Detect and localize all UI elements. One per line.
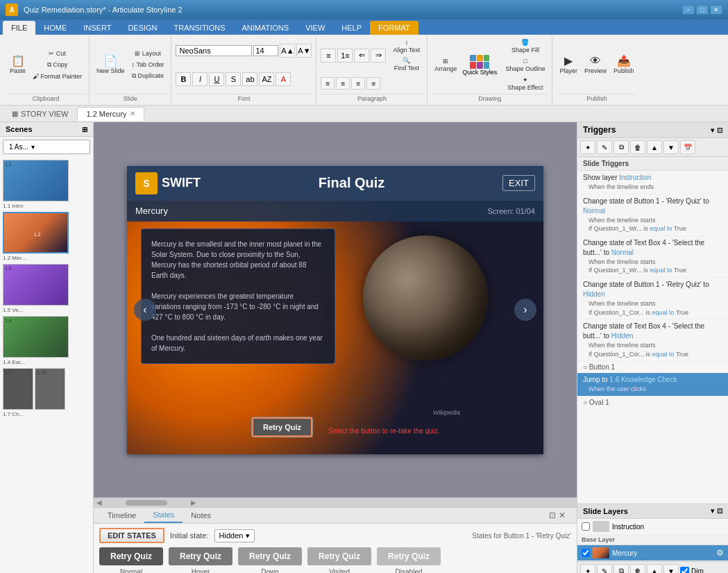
layers-minimize-icon[interactable]: ▾ bbox=[711, 507, 714, 515]
align-right-button[interactable]: ≡ bbox=[351, 77, 365, 90]
trigger-move-down-button[interactable]: ▼ bbox=[663, 140, 679, 154]
trigger-link[interactable]: Instruction bbox=[619, 174, 651, 181]
layer-mercury[interactable]: Mercury ⚙ bbox=[577, 545, 728, 561]
align-left-button[interactable]: ≡ bbox=[321, 77, 335, 90]
bold-button[interactable]: B bbox=[176, 72, 191, 86]
trigger-link[interactable]: equal to bbox=[650, 267, 672, 274]
trigger-item[interactable]: Change state of Button 1 - 'Retry Quiz' … bbox=[577, 278, 728, 319]
button1-group-label[interactable]: ○ Button 1 bbox=[577, 361, 728, 373]
horizontal-scrollbar[interactable]: ◀ ▶ bbox=[94, 497, 577, 507]
trigger-link[interactable]: equal to bbox=[650, 225, 672, 232]
exit-button[interactable]: EXIT bbox=[502, 175, 535, 191]
edit-states-button[interactable]: EDIT STATES bbox=[99, 528, 164, 543]
font-shrink-button[interactable]: A▼ bbox=[296, 44, 312, 58]
trigger-link[interactable]: Normal bbox=[583, 207, 605, 215]
paste-button[interactable]: 📋 Paste bbox=[7, 47, 28, 83]
layer-instruction-checkbox[interactable] bbox=[582, 522, 590, 531]
trigger-link[interactable]: Hidden bbox=[583, 290, 605, 298]
trigger-delete-button[interactable]: 🗑 bbox=[630, 140, 645, 154]
format-painter-button[interactable]: 🖌 Format Painter bbox=[30, 72, 85, 81]
initial-state-dropdown[interactable]: Hidden ▾ bbox=[214, 529, 255, 542]
tab-view[interactable]: VIEW bbox=[297, 21, 333, 35]
trigger-item[interactable]: Show layer Instruction When the timeline… bbox=[577, 171, 728, 194]
indent-dec-button[interactable]: ⇐ bbox=[354, 49, 369, 63]
close-button[interactable]: ✕ bbox=[710, 5, 722, 15]
list-item[interactable]: 1.4 1.4 Ear... bbox=[3, 316, 90, 365]
publish-button[interactable]: 📤 Publish bbox=[611, 47, 637, 83]
tab-animations[interactable]: ANIMATIONS bbox=[234, 21, 298, 35]
font-color-button[interactable]: A bbox=[276, 72, 291, 86]
shape-effect-button[interactable]: ✦ Shape Effect bbox=[502, 75, 548, 92]
state-disabled-button[interactable]: Retry Quiz bbox=[377, 547, 441, 565]
minimize-button[interactable]: − bbox=[682, 5, 695, 15]
layer-instruction[interactable]: Instruction bbox=[577, 519, 728, 535]
font-size-input[interactable] bbox=[253, 45, 278, 56]
lower-panel-close-icon[interactable]: ✕ bbox=[559, 510, 566, 520]
layer-move-down-button[interactable]: ▼ bbox=[663, 564, 679, 573]
state-normal-button[interactable]: Retry Quiz bbox=[99, 547, 163, 565]
scrollbar-thumb[interactable] bbox=[126, 500, 167, 506]
trigger-item[interactable]: Change state of Button 1 - 'Retry Quiz' … bbox=[577, 194, 728, 236]
tab-design[interactable]: DESIGN bbox=[119, 21, 165, 35]
state-hover[interactable]: Retry Quiz Hover bbox=[169, 547, 232, 573]
shape-fill-button[interactable]: 🪣 Shape Fill bbox=[502, 38, 548, 55]
list-item[interactable]: 1.7 1.7 Ch... 1.7b bbox=[3, 368, 90, 417]
restore-button[interactable]: □ bbox=[696, 5, 709, 15]
trigger-link[interactable]: equal to bbox=[652, 309, 675, 316]
previous-slide-button[interactable]: ‹ bbox=[134, 299, 156, 321]
find-text-button[interactable]: 🔍 Find Text bbox=[390, 56, 423, 73]
dim-checkbox[interactable]: Dim bbox=[680, 564, 704, 573]
state-disabled[interactable]: Retry Quiz Disabled bbox=[377, 547, 441, 573]
tab-insert[interactable]: INSERT bbox=[75, 21, 119, 35]
trigger-calendar-icon[interactable]: 📅 bbox=[680, 140, 695, 154]
tab-help[interactable]: HELP bbox=[333, 21, 370, 35]
layer-delete-button[interactable]: 🗑 bbox=[630, 564, 645, 573]
cut-button[interactable]: ✂ Cut bbox=[30, 49, 85, 58]
preview-button[interactable]: 👁 Preview bbox=[582, 47, 609, 83]
next-slide-button[interactable]: › bbox=[514, 299, 536, 321]
layer-duplicate-button[interactable]: ⧉ bbox=[613, 564, 629, 573]
align-justify-button[interactable]: ≡ bbox=[366, 77, 380, 90]
trigger-move-up-button[interactable]: ▲ bbox=[647, 140, 662, 154]
arrange-button[interactable]: ⊞ Arrange bbox=[432, 56, 459, 74]
state-hover-button[interactable]: Retry Quiz bbox=[169, 547, 232, 565]
scenes-manage-icon[interactable]: ⊞ bbox=[82, 126, 87, 133]
state-down-button[interactable]: Retry Quiz bbox=[238, 547, 302, 565]
lower-panel-float-icon[interactable]: ⊡ bbox=[549, 510, 556, 520]
underline-button[interactable]: U bbox=[209, 72, 224, 86]
list-item[interactable]: 1.2 1.2 Mer... bbox=[3, 212, 90, 261]
copy-button[interactable]: ⧉ Copy bbox=[30, 60, 85, 70]
state-down[interactable]: Retry Quiz Down bbox=[238, 547, 302, 573]
align-center-button[interactable]: ≡ bbox=[336, 77, 350, 90]
strikethrough-button[interactable]: S bbox=[226, 72, 241, 86]
trigger-item[interactable]: Change state of Text Box 4 - 'Select the… bbox=[577, 236, 728, 278]
state-normal[interactable]: Retry Quiz Normal bbox=[99, 547, 163, 573]
window-controls[interactable]: − □ ✕ bbox=[682, 5, 722, 15]
tab-transitions[interactable]: TRANSITIONS bbox=[166, 21, 234, 35]
oval1-group-label[interactable]: ○ Oval 1 bbox=[577, 397, 728, 408]
font-name-input[interactable] bbox=[176, 45, 252, 56]
font-case-button[interactable]: AZ bbox=[259, 72, 274, 86]
state-visited-button[interactable]: Retry Quiz bbox=[307, 547, 371, 565]
tab-timeline[interactable]: Timeline bbox=[99, 508, 144, 522]
font-grow-button[interactable]: A▲ bbox=[280, 44, 295, 58]
player-button[interactable]: ▶ Player bbox=[557, 47, 580, 83]
layer-move-up-button[interactable]: ▲ bbox=[647, 564, 662, 573]
dim-checkbox-input[interactable] bbox=[680, 567, 689, 574]
state-visited[interactable]: Retry Quiz Visited bbox=[307, 547, 371, 573]
tab-format[interactable]: FORMAT bbox=[370, 21, 418, 35]
tab-mercury[interactable]: 1.2 Mercury ✕ bbox=[77, 107, 144, 121]
trigger-link[interactable]: Normal bbox=[611, 249, 634, 256]
shadow-button[interactable]: ab bbox=[242, 72, 257, 86]
trigger-link[interactable]: equal to bbox=[652, 351, 675, 358]
bullets-button[interactable]: ≡ bbox=[321, 49, 336, 63]
list-item[interactable]: 1.1 1.1 Intro bbox=[3, 160, 90, 209]
trigger-link[interactable]: Hidden bbox=[611, 332, 634, 340]
close-tab-icon[interactable]: ✕ bbox=[130, 110, 135, 117]
trigger-duplicate-button[interactable]: ⧉ bbox=[613, 140, 629, 154]
new-slide-button[interactable]: 📄 New Slide bbox=[94, 47, 128, 83]
shape-outline-button[interactable]: □ Shape Outline bbox=[502, 56, 548, 74]
layer-edit-button[interactable]: ✎ bbox=[597, 564, 612, 573]
tab-home[interactable]: HOME bbox=[35, 21, 75, 35]
list-item[interactable]: 1.5 1.5 Ve... bbox=[3, 264, 90, 313]
